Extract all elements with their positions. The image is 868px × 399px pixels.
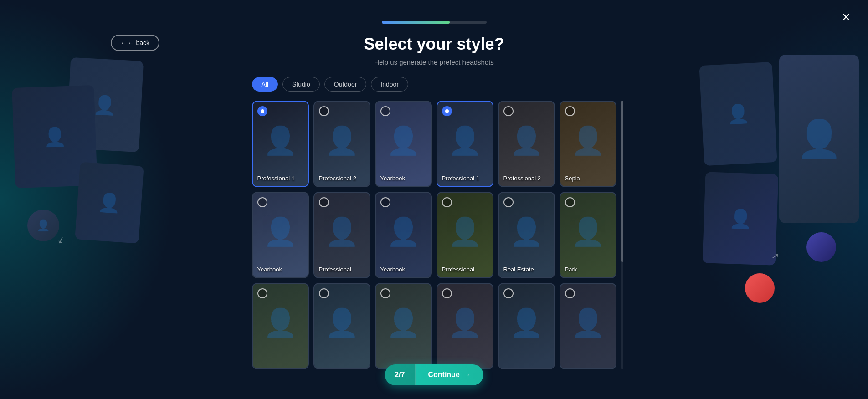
style-grid: Professional 1Professional 2YearbookProf… bbox=[252, 101, 616, 369]
style-card-3[interactable]: Yearbook bbox=[375, 101, 432, 187]
radio-btn-2 bbox=[319, 106, 329, 116]
decor-photo-r3: 👤 bbox=[703, 172, 779, 265]
filter-tab-outdoor[interactable]: Outdoor bbox=[324, 77, 367, 92]
card-label-7: Yearbook bbox=[253, 266, 308, 273]
radio-btn-14 bbox=[319, 288, 329, 298]
radio-btn-15 bbox=[380, 288, 390, 298]
filter-tabs: All Studio Outdoor Indoor bbox=[252, 77, 409, 92]
main-content: ← ← back Select your style? Help us gene… bbox=[252, 21, 616, 369]
page-subtitle: Help us generate the prefect headshots bbox=[374, 58, 494, 66]
style-card-16[interactable] bbox=[437, 283, 493, 369]
style-card-1[interactable]: Professional 1 bbox=[252, 101, 309, 187]
style-card-18[interactable] bbox=[560, 283, 616, 369]
decor-photo-4: 👤 bbox=[27, 210, 59, 241]
radio-btn-7 bbox=[257, 197, 267, 207]
continue-bar: 2/7 Continue → bbox=[385, 364, 483, 385]
radio-btn-6 bbox=[565, 106, 575, 116]
decor-photo-r1: 👤 bbox=[779, 55, 859, 223]
scrollbar-track bbox=[621, 101, 623, 369]
continue-button[interactable]: Continue → bbox=[415, 364, 483, 385]
back-button[interactable]: ← ← back bbox=[111, 35, 159, 51]
card-label-5: Professional 2 bbox=[499, 175, 554, 182]
card-label-10: Professional bbox=[437, 266, 493, 273]
style-card-8[interactable]: Professional bbox=[313, 192, 370, 278]
style-card-4[interactable]: Professional 1 bbox=[437, 101, 493, 187]
progress-bar-fill bbox=[382, 21, 450, 24]
right-photo-collage: 👤 👤 👤 ↗ bbox=[709, 55, 859, 319]
radio-btn-8 bbox=[319, 197, 329, 207]
filter-tab-all[interactable]: All bbox=[252, 77, 278, 92]
card-label-2: Professional 2 bbox=[314, 175, 370, 182]
back-label: ← back bbox=[128, 39, 149, 46]
style-card-15[interactable] bbox=[375, 283, 432, 369]
radio-btn-18 bbox=[565, 288, 575, 298]
arrow-decor-left: ↙ bbox=[55, 234, 66, 246]
radio-btn-17 bbox=[503, 288, 514, 298]
close-button[interactable]: ✕ bbox=[838, 9, 854, 26]
style-card-10[interactable]: Professional bbox=[437, 192, 493, 278]
card-label-6: Sepia bbox=[560, 175, 616, 182]
radio-btn-16 bbox=[442, 288, 452, 298]
style-card-12[interactable]: Park bbox=[560, 192, 616, 278]
style-card-14[interactable] bbox=[313, 283, 370, 369]
radio-btn-12 bbox=[565, 197, 575, 207]
radio-btn-4 bbox=[442, 106, 452, 116]
style-card-9[interactable]: Yearbook bbox=[375, 192, 432, 278]
radio-btn-5 bbox=[503, 106, 514, 116]
continue-count: 2/7 bbox=[385, 364, 415, 385]
style-card-6[interactable]: Sepia bbox=[560, 101, 616, 187]
filter-tab-indoor[interactable]: Indoor bbox=[371, 77, 408, 92]
left-photo-collage: 👤 👤 👤 👤 ↙ bbox=[14, 59, 159, 314]
card-label-12: Park bbox=[560, 266, 616, 273]
card-label-11: Real Estate bbox=[499, 266, 554, 273]
style-card-7[interactable]: Yearbook bbox=[252, 192, 309, 278]
card-label-8: Professional bbox=[314, 266, 370, 273]
card-label-9: Yearbook bbox=[376, 266, 431, 273]
scrollbar-thumb bbox=[621, 101, 623, 262]
style-grid-wrapper: Professional 1Professional 2YearbookProf… bbox=[252, 101, 616, 369]
style-card-2[interactable]: Professional 2 bbox=[313, 101, 370, 187]
decor-photo-3: 👤 bbox=[75, 162, 144, 243]
decor-photo-r5 bbox=[806, 232, 836, 262]
decor-photo-r2: 👤 bbox=[699, 62, 777, 166]
style-card-13[interactable] bbox=[252, 283, 309, 369]
card-label-1: Professional 1 bbox=[253, 175, 308, 182]
style-card-11[interactable]: Real Estate bbox=[498, 192, 555, 278]
style-card-5[interactable]: Professional 2 bbox=[498, 101, 555, 187]
radio-btn-11 bbox=[503, 197, 514, 207]
decor-photo-r4 bbox=[745, 273, 775, 303]
card-label-4: Professional 1 bbox=[437, 175, 493, 182]
style-card-17[interactable] bbox=[498, 283, 555, 369]
radio-btn-9 bbox=[380, 197, 390, 207]
radio-btn-13 bbox=[257, 288, 267, 298]
arrow-decor-right: ↗ bbox=[770, 250, 780, 262]
card-label-3: Yearbook bbox=[376, 175, 431, 182]
continue-arrow-icon: → bbox=[463, 371, 471, 379]
radio-btn-3 bbox=[380, 106, 390, 116]
back-arrow-icon: ← bbox=[121, 39, 127, 46]
progress-bar-container bbox=[382, 21, 487, 24]
continue-label: Continue bbox=[428, 371, 459, 379]
radio-btn-1 bbox=[257, 106, 267, 116]
radio-btn-10 bbox=[442, 197, 452, 207]
filter-tab-studio[interactable]: Studio bbox=[282, 77, 320, 92]
page-title: Select your style? bbox=[364, 35, 504, 54]
